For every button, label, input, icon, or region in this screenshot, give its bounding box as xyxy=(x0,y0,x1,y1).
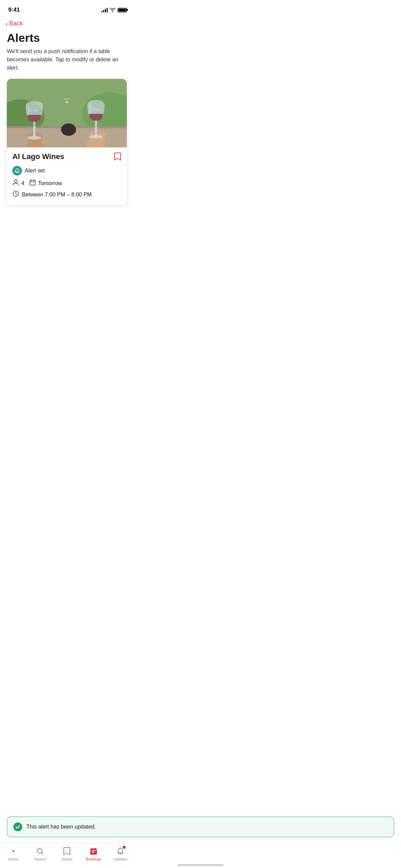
date-item: Tomorrow xyxy=(29,179,62,188)
restaurant-name: Al Lago Wines xyxy=(12,152,64,161)
guests-date-row: 4 Tomorrow xyxy=(12,179,121,188)
svg-rect-28 xyxy=(30,180,35,185)
person-icon xyxy=(12,179,19,188)
calendar-icon xyxy=(29,179,36,188)
time-range-text: Between 7:00 PM – 8:00 PM xyxy=(22,192,92,198)
svg-point-11 xyxy=(27,136,41,140)
guests-count: 4 xyxy=(21,180,24,186)
bookmark-icon[interactable] xyxy=(114,152,121,162)
alert-set-text: Alert set xyxy=(25,168,45,174)
status-time: 9:41 xyxy=(8,7,20,13)
signal-icon xyxy=(101,8,108,12)
svg-line-34 xyxy=(16,194,17,194)
svg-point-21 xyxy=(66,101,68,103)
svg-point-19 xyxy=(89,135,103,138)
status-icons xyxy=(101,8,127,12)
back-chevron-icon: ‹ xyxy=(5,20,8,27)
page-title: Alerts xyxy=(0,30,134,47)
card-body: Al Lago Wines Alert set xyxy=(7,147,127,205)
clock-icon xyxy=(12,190,19,199)
back-button[interactable]: ‹ Back xyxy=(0,17,28,30)
guests-item: 4 xyxy=(12,179,24,188)
time-row: Between 7:00 PM – 8:00 PM xyxy=(12,190,121,199)
card-image: Al Lago Al Lago xyxy=(7,79,127,147)
page-subtitle: We'll send you a push notification if a … xyxy=(0,47,134,79)
battery-icon xyxy=(118,8,127,12)
restaurant-card[interactable]: Al Lago Al Lago xyxy=(7,79,127,205)
alert-badge-icon xyxy=(12,166,22,176)
svg-point-27 xyxy=(14,180,17,182)
svg-rect-10 xyxy=(33,120,35,137)
back-label: Back xyxy=(9,20,23,27)
wifi-icon xyxy=(110,8,116,12)
status-bar: 9:41 xyxy=(0,0,134,17)
date-text: Tomorrow xyxy=(38,180,62,186)
card-title-row: Al Lago Wines xyxy=(12,152,121,162)
svg-point-25 xyxy=(61,123,76,136)
svg-rect-18 xyxy=(95,119,97,136)
alert-status-row: Alert set xyxy=(12,166,121,176)
